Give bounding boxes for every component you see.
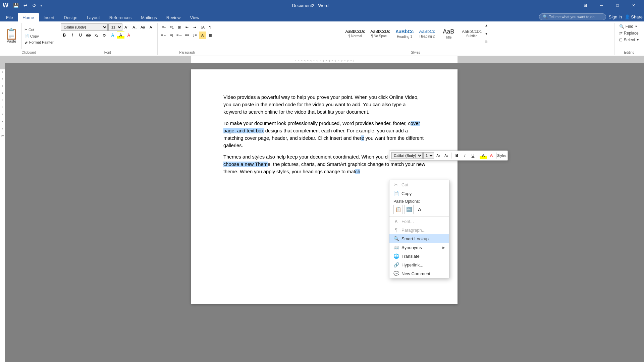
replace-button[interactable]: ⇄ Replace xyxy=(617,30,641,36)
styles-scroll-up[interactable]: ▲ xyxy=(485,23,488,27)
mini-size-select[interactable]: 11 xyxy=(423,152,434,159)
select-button[interactable]: ⊡ Select ▼ xyxy=(617,37,641,43)
clear-formatting-button[interactable]: A xyxy=(147,23,155,31)
styles-scroll-down[interactable]: ▼ xyxy=(485,32,488,36)
ctx-synonyms[interactable]: 📖 Synonyms ▶ xyxy=(389,243,449,252)
paste-button[interactable]: 📋 Paste xyxy=(3,28,20,44)
tell-me-bar[interactable]: 🔍 Tell me what you want to do xyxy=(539,13,606,20)
ctx-paragraph[interactable]: ¶ Paragraph... xyxy=(389,226,449,234)
restore-down-button[interactable]: ⊟ xyxy=(578,0,593,11)
maximize-button[interactable]: □ xyxy=(610,0,625,11)
multilevel-list-button[interactable]: ⊞ xyxy=(176,23,183,31)
italic-button[interactable]: I xyxy=(69,32,76,39)
styles-more[interactable]: ⊞ xyxy=(485,40,488,44)
tab-view[interactable]: View xyxy=(185,13,204,21)
mini-font-select[interactable]: Calibri (Body) xyxy=(391,152,423,159)
ctx-smart-lookup[interactable]: 🔍 Smart Lookup xyxy=(389,234,449,243)
paste-options-row: 📋 🔤 A xyxy=(393,205,445,214)
search-icon: 🔍 xyxy=(543,14,548,19)
decrease-indent-button[interactable]: ⇤ xyxy=(183,23,191,31)
redo-button[interactable]: ↺ xyxy=(31,2,38,9)
align-right-button[interactable]: ≡→ xyxy=(176,32,183,39)
find-dropdown-arrow[interactable]: ▼ xyxy=(635,25,638,28)
tab-home[interactable]: Home xyxy=(18,13,39,21)
subscript-button[interactable]: x₂ xyxy=(93,32,100,39)
ctx-translate[interactable]: 🌐 Translate xyxy=(389,252,449,260)
mini-highlight[interactable]: A xyxy=(480,152,487,159)
decrease-font-button[interactable]: A↓ xyxy=(131,23,139,31)
font-name-select[interactable]: Calibri (Body) xyxy=(61,23,108,31)
paste-text-only[interactable]: A xyxy=(415,205,424,214)
style-normal[interactable]: AaBbCcDc ¶ Normal xyxy=(343,28,368,39)
ctx-translate-label: Translate xyxy=(401,254,420,259)
undo-button[interactable]: ↩ xyxy=(22,2,29,9)
mini-underline[interactable]: U xyxy=(469,152,477,159)
increase-indent-button[interactable]: ⇥ xyxy=(191,23,199,31)
ctx-font[interactable]: A Font... xyxy=(389,217,449,226)
line-spacing-button[interactable]: ↕≡ xyxy=(191,32,199,39)
text-effect-button[interactable]: A xyxy=(109,32,116,39)
document-scroll-area[interactable]: Calibri (Body) 11 A↑ A↓ B I U A A Styles xyxy=(5,63,644,362)
underline-button[interactable]: U xyxy=(77,32,84,39)
justify-button[interactable]: ≡≡ xyxy=(183,32,191,39)
styles-group: AaBbCcDc ¶ Normal AaBbCcDc ¶ No Spac... … xyxy=(217,23,614,55)
tab-references[interactable]: References xyxy=(105,13,136,21)
shading-button[interactable]: A xyxy=(199,32,206,39)
find-button[interactable]: 🔍 Find ▼ xyxy=(617,23,641,29)
increase-font-button[interactable]: A↑ xyxy=(123,23,130,31)
borders-button[interactable]: ▦ xyxy=(207,32,214,39)
quick-access-dropdown[interactable]: ▼ xyxy=(40,4,43,7)
mini-italic[interactable]: I xyxy=(461,152,469,159)
mini-styles[interactable]: Styles xyxy=(498,152,505,159)
mini-bold[interactable]: B xyxy=(453,152,461,159)
superscript-button[interactable]: x² xyxy=(101,32,108,39)
style-title[interactable]: AaB Title xyxy=(438,27,459,40)
ctx-cut[interactable]: ✂ Cut xyxy=(389,180,449,189)
font-size-select[interactable]: 11 xyxy=(108,23,122,31)
paste-keep-source[interactable]: 📋 xyxy=(393,205,403,214)
change-case-button[interactable]: Aa xyxy=(139,23,147,31)
ctx-new-comment[interactable]: 💬 New Comment xyxy=(389,269,449,278)
number-list-button[interactable]: ≡1 xyxy=(168,23,175,31)
cut-button[interactable]: ✂ Cut xyxy=(23,27,55,33)
show-marks-button[interactable]: ¶ xyxy=(207,23,214,31)
ribbon-content: 📋 Paste ✂ Cut 📄 Copy 🖌 Format Painter Cl… xyxy=(0,21,644,56)
select-dropdown-arrow[interactable]: ▼ xyxy=(636,38,639,42)
tab-file[interactable]: File xyxy=(1,13,18,21)
format-painter-button[interactable]: 🖌 Format Painter xyxy=(23,40,55,45)
close-button[interactable]: ✕ xyxy=(626,0,641,11)
bold-button[interactable]: B xyxy=(61,32,68,39)
align-left-button[interactable]: ≡← xyxy=(160,32,168,39)
mini-font-color[interactable]: A xyxy=(488,152,495,159)
replace-icon: ⇄ xyxy=(619,31,623,36)
ctx-copy[interactable]: 📄 Copy xyxy=(389,189,449,198)
save-button[interactable]: 💾 xyxy=(12,2,20,9)
bullet-list-button[interactable]: ≡• xyxy=(160,23,168,31)
tab-insert[interactable]: Insert xyxy=(39,13,59,21)
align-center-button[interactable]: ≡| xyxy=(168,32,175,39)
mini-decrease-font[interactable]: A↓ xyxy=(443,152,450,159)
style-subtitle[interactable]: AaBbCcDc Subtitle xyxy=(460,28,484,39)
copy-button[interactable]: 📄 Copy xyxy=(23,33,55,39)
tab-design[interactable]: Design xyxy=(59,13,82,21)
style-subtitle-label: Subtitle xyxy=(466,34,477,38)
tab-mailings[interactable]: Mailings xyxy=(136,13,162,21)
sort-button[interactable]: ↕A xyxy=(199,23,206,31)
tab-layout[interactable]: Layout xyxy=(82,13,105,21)
ctx-hyperlink[interactable]: 🔗 Hyperlink... xyxy=(389,260,449,269)
style-heading1-preview: AaBbCc xyxy=(395,28,414,35)
share-button[interactable]: 👤 Share xyxy=(625,14,643,19)
style-heading1[interactable]: AaBbCc Heading 1 xyxy=(393,27,416,39)
style-heading2[interactable]: AaBbCc Heading 2 xyxy=(417,28,437,39)
text-highlight-button[interactable]: A xyxy=(117,32,124,39)
strikethrough-button[interactable]: ab xyxy=(85,32,92,39)
font-label: Font xyxy=(58,51,157,54)
ruler-row: · · · | · · · | · · · | · · · | · · · | … xyxy=(0,56,644,63)
sign-in-button[interactable]: Sign in xyxy=(609,14,622,19)
paste-merge-format[interactable]: 🔤 xyxy=(404,205,414,214)
mini-increase-font[interactable]: A↑ xyxy=(435,152,442,159)
font-color-button[interactable]: A xyxy=(125,32,132,39)
tab-review[interactable]: Review xyxy=(162,13,185,21)
minimize-button[interactable]: ─ xyxy=(594,0,609,11)
style-no-spacing[interactable]: AaBbCcDc ¶ No Spac... xyxy=(368,28,392,39)
